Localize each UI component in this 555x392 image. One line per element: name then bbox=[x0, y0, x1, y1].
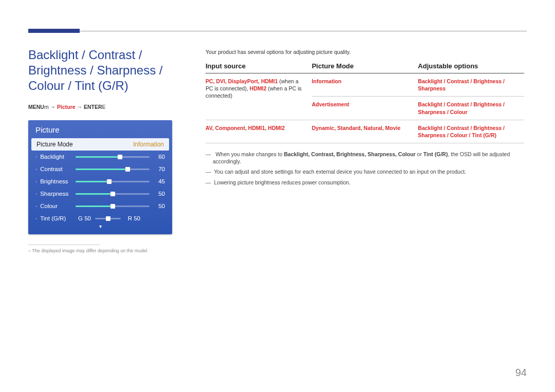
backlight-slider[interactable] bbox=[76, 156, 150, 158]
cell-mode-dyn: Dynamic, Standard, Natural, Movie bbox=[312, 120, 418, 143]
tint-label: Tint (G/R) bbox=[35, 215, 71, 221]
backlight-label: Backlight bbox=[35, 154, 71, 160]
th-adjustable: Adjustable options bbox=[418, 60, 524, 73]
notes-list: When you make changes to Backlight, Cont… bbox=[206, 151, 524, 186]
backlight-value: 60 bbox=[154, 154, 165, 160]
footnote-rule bbox=[28, 245, 100, 245]
osd-row-tint[interactable]: Tint (G/R) G 50 R 50 bbox=[28, 212, 172, 225]
cell-mode-info: Information bbox=[312, 73, 418, 97]
osd-picture-mode-value: Information bbox=[133, 141, 164, 148]
osd-picture-mode-label: Picture Mode bbox=[36, 141, 73, 148]
page-title: Backlight / Contrast / Brightness / Shar… bbox=[28, 47, 175, 94]
cell-mode-ad: Advertisement bbox=[312, 97, 418, 120]
top-rule bbox=[28, 31, 527, 31]
osd-selected-row[interactable]: Picture Mode Information bbox=[31, 138, 169, 151]
osd-row-backlight[interactable]: Backlight 60 bbox=[28, 151, 172, 163]
osd-row-contrast[interactable]: Contrast 70 bbox=[28, 163, 172, 175]
cell-input-av: AV, Component, HDMI1, HDMI2 bbox=[206, 120, 312, 143]
menu-picture: Picture bbox=[57, 104, 76, 110]
note-1: When you make changes to Backlight, Cont… bbox=[206, 151, 524, 165]
tint-slider[interactable] bbox=[95, 218, 121, 219]
menu-menu: MENU bbox=[28, 104, 44, 110]
osd-down-icon[interactable]: ▾ bbox=[28, 223, 172, 229]
menu-enter: ENTER bbox=[84, 104, 102, 110]
note-3: Lowering picture brightness reduces powe… bbox=[206, 179, 524, 186]
brightness-slider[interactable] bbox=[76, 181, 150, 182]
sharpness-slider[interactable] bbox=[76, 193, 150, 195]
brightness-value: 45 bbox=[154, 178, 165, 184]
th-input-source: Input source bbox=[206, 60, 312, 73]
intro-text: Your product has several options for adj… bbox=[206, 49, 524, 55]
osd-row-sharpness[interactable]: Sharpness 50 bbox=[28, 188, 172, 200]
table-row: AV, Component, HDMI1, HDMI2 Dynamic, Sta… bbox=[206, 120, 524, 143]
tint-r-value: R 50 bbox=[125, 215, 140, 221]
note-2: You can adjust and store settings for ea… bbox=[206, 168, 524, 175]
contrast-value: 70 bbox=[154, 166, 165, 172]
left-column: Backlight / Contrast / Brightness / Shar… bbox=[28, 31, 206, 253]
cell-opts-3: Backlight / Contrast / Brightness / Shar… bbox=[418, 120, 524, 143]
contrast-label: Contrast bbox=[35, 166, 71, 172]
page-number: 94 bbox=[515, 367, 527, 379]
cell-opts-2: Backlight / Contrast / Brightness / Shar… bbox=[418, 97, 524, 120]
brightness-label: Brightness bbox=[35, 178, 71, 184]
options-table: Input source Picture Mode Adjustable opt… bbox=[206, 60, 524, 143]
contrast-slider[interactable] bbox=[76, 169, 150, 170]
footnote: – The displayed image may differ dependi… bbox=[28, 248, 175, 253]
colour-slider[interactable] bbox=[76, 206, 150, 207]
cell-input-pc: PC, DVI, DisplayPort, HDMI1 (when a PC i… bbox=[206, 73, 312, 120]
osd-title: Picture bbox=[28, 120, 172, 138]
accent-bar bbox=[28, 29, 80, 33]
th-picture-mode: Picture Mode bbox=[312, 60, 418, 73]
sharpness-value: 50 bbox=[154, 191, 165, 197]
right-column: Your product has several options for adj… bbox=[206, 49, 524, 189]
colour-value: 50 bbox=[154, 203, 165, 209]
osd-panel: Picture Picture Mode Information Backlig… bbox=[28, 120, 172, 234]
colour-label: Colour bbox=[35, 203, 71, 209]
sharpness-label: Sharpness bbox=[35, 191, 71, 197]
cell-opts-1: Backlight / Contrast / Brightness / Shar… bbox=[418, 73, 524, 97]
osd-row-brightness[interactable]: Brightness 45 bbox=[28, 175, 172, 188]
osd-row-colour[interactable]: Colour 50 bbox=[28, 200, 172, 212]
menu-path: MENUm → Picture → ENTERE bbox=[28, 104, 175, 110]
table-row: PC, DVI, DisplayPort, HDMI1 (when a PC i… bbox=[206, 73, 524, 97]
tint-g-value: G 50 bbox=[76, 215, 91, 221]
